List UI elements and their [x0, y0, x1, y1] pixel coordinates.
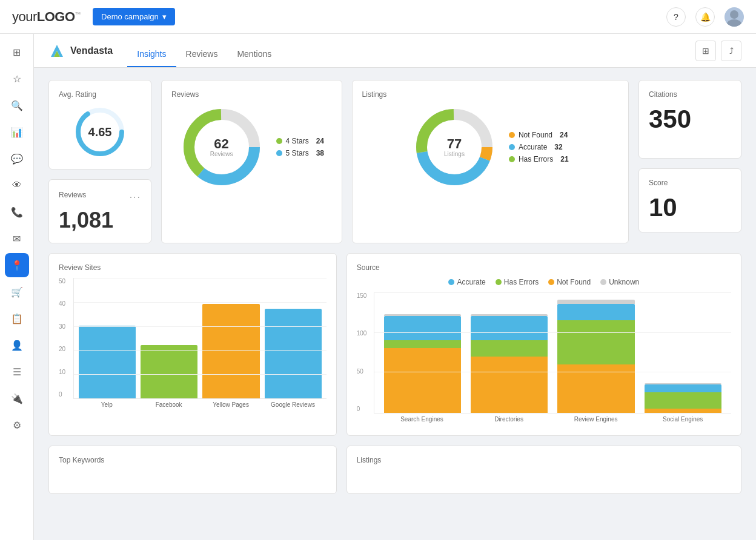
sidebar-item-star[interactable]: ☆ — [5, 67, 29, 91]
columns-button[interactable]: ⊞ — [695, 41, 716, 61]
sidebar-item-email[interactable]: ✉ — [5, 226, 29, 251]
sidebar-item-users[interactable]: 👤 — [5, 333, 29, 357]
share-button[interactable]: ⤴ — [721, 41, 741, 61]
tab-mentions[interactable]: Mentions — [227, 34, 281, 67]
rating-donut: 4.65 — [73, 105, 127, 159]
source-legend-haserrors-dot — [496, 279, 502, 285]
help-button[interactable]: ? — [666, 7, 686, 27]
top-keywords-title: Top Keywords — [59, 456, 327, 464]
source-bar-review — [557, 300, 634, 413]
reviews-legend-5stars: 5 Stars 38 — [276, 149, 324, 157]
tab-insights[interactable]: Insights — [127, 34, 176, 67]
listings-legend-notfound-label: Not Found — [519, 131, 552, 139]
sidebar-item-search[interactable]: 🔍 — [5, 93, 29, 117]
reviews-donut-num: 62 — [210, 137, 233, 151]
citations-value: 350 — [649, 105, 731, 134]
x-label-directories: Directories — [470, 416, 548, 423]
sidebar-item-monitor[interactable]: 👁 — [5, 173, 29, 197]
location-icon: 📍 — [11, 260, 23, 271]
sidebar-item-settings[interactable]: ⚙ — [5, 413, 29, 437]
sidebar-item-store[interactable]: 🛒 — [5, 280, 29, 304]
avg-rating-value: 4.65 — [88, 125, 112, 139]
reviews-donut-area: 62 Reviews 4 Stars 24 5 Stars — [171, 105, 332, 189]
sidebar-item-list[interactable]: ☰ — [5, 360, 29, 384]
source-seg-search-haserrors — [384, 340, 461, 348]
sidebar-item-plugins[interactable]: 🔌 — [5, 386, 29, 410]
listings-donut-svg-wrap: 77 Listings — [412, 105, 497, 189]
campaign-label: Demo campaign — [101, 12, 159, 21]
left-col: Avg. Rating 4.65 — [48, 80, 151, 243]
source-legend-unknown: Unknown — [600, 278, 639, 286]
source-seg-social-notfound — [645, 409, 721, 413]
search-icon: 🔍 — [11, 100, 23, 111]
x-label-facebook: Facebook — [140, 401, 197, 408]
reviews-more-button[interactable]: ... — [130, 189, 141, 200]
x-label-yellowpages: Yellow Pages — [202, 401, 259, 408]
review-sites-title: Review Sites — [59, 263, 327, 272]
source-legend-accurate-label: Accurate — [457, 278, 485, 286]
sub-header: Vendasta Insights Reviews Mentions ⊞ ⤴ — [34, 34, 756, 68]
listings-legend-accurate: Accurate 32 — [509, 143, 569, 151]
y-label-0: 0 — [59, 391, 73, 398]
sub-header-right: ⊞ ⤴ — [695, 41, 741, 61]
top-nav-right: ? 🔔 — [666, 7, 744, 27]
source-seg-dir-haserrors — [471, 340, 548, 357]
tabs: Insights Reviews Mentions — [127, 34, 281, 67]
source-grid-50 — [374, 372, 731, 372]
sidebar-item-phone[interactable]: 📞 — [5, 200, 29, 224]
source-card: Source Accurate Has Errors Not Found — [346, 253, 741, 436]
review-sites-chart-area: Yelp Facebook Yellow Pages Google Review… — [73, 278, 327, 411]
notifications-button[interactable]: 🔔 — [695, 7, 715, 27]
score-title: Score — [649, 179, 731, 187]
sidebar-item-reports[interactable]: 📋 — [5, 306, 29, 331]
message-icon: 💬 — [11, 153, 23, 165]
avatar[interactable] — [724, 7, 744, 27]
logo-text: your — [12, 9, 37, 24]
bar-yellowpages — [202, 304, 259, 398]
x-label-review: Review Engines — [557, 416, 635, 423]
dashboard: Avg. Rating 4.65 — [34, 68, 756, 516]
reviews-donut-center: 62 Reviews — [210, 137, 233, 157]
source-legend-notfound-dot — [548, 279, 554, 285]
y-label-10: 10 — [59, 369, 73, 375]
source-y-100: 100 — [357, 330, 374, 337]
listings-legend-notfound-dot — [509, 132, 515, 138]
chart-icon: 📊 — [11, 127, 23, 138]
campaign-button[interactable]: Demo campaign ▾ — [93, 8, 175, 25]
columns-icon: ⊞ — [702, 46, 709, 56]
phone-icon: 📞 — [11, 206, 23, 218]
source-seg-review-accurate — [557, 304, 634, 320]
reviews-legend-4stars-count: 24 — [316, 137, 324, 145]
sidebar-item-location[interactable]: 📍 — [5, 253, 29, 277]
source-legend-unknown-label: Unknown — [609, 278, 639, 286]
source-grid-100 — [374, 332, 731, 333]
sidebar-item-home[interactable]: ⊞ — [5, 40, 29, 64]
logo-tm: ™ — [75, 10, 81, 17]
listings-donut-sub: Listings — [444, 151, 465, 157]
source-legend-haserrors: Has Errors — [496, 278, 539, 286]
logo-bold: LOGO — [37, 9, 75, 24]
source-x-labels: Search Engines Directories Review Engine… — [374, 416, 731, 423]
users-icon: 👤 — [11, 340, 23, 351]
sidebar-item-messages[interactable]: 💬 — [5, 147, 29, 171]
tab-reviews[interactable]: Reviews — [176, 34, 228, 67]
y-label-30: 30 — [59, 323, 73, 330]
right-col: Citations 350 Score 10 — [638, 80, 741, 243]
main-wrap: Vendasta Insights Reviews Mentions ⊞ ⤴ A… — [34, 34, 756, 540]
listings-bottom-title: Listings — [357, 456, 731, 464]
reviews-legend-5stars-count: 38 — [316, 149, 324, 157]
listings-bottom-card: Listings — [346, 446, 741, 494]
bar-group-facebook — [141, 345, 197, 398]
source-chart-wrap: 0 50 100 150 — [357, 292, 731, 426]
review-sites-y-axis: 0 10 20 30 40 50 — [59, 278, 73, 411]
reviews-count-value: 1,081 — [59, 208, 141, 233]
avg-rating-card: Avg. Rating 4.65 — [48, 80, 151, 170]
grid-line-10 — [74, 374, 327, 375]
star-icon: ☆ — [13, 73, 21, 85]
review-sites-chart-grid — [73, 278, 327, 399]
bell-icon: 🔔 — [700, 12, 711, 22]
grid-line-30 — [74, 326, 327, 327]
source-legend-accurate-dot — [448, 279, 454, 285]
sidebar-item-dashboard[interactable]: 📊 — [5, 120, 29, 144]
brand-logo: Vendasta — [48, 42, 113, 59]
